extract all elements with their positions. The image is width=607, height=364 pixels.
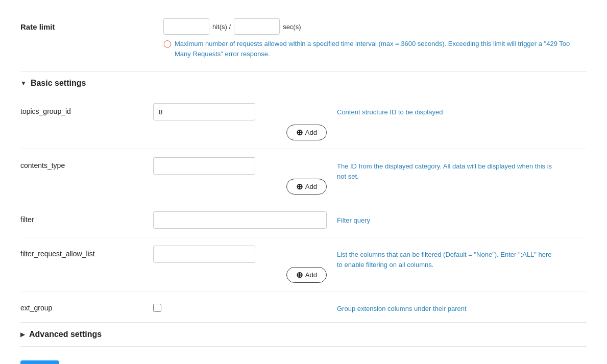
filter-label: filter bbox=[20, 211, 143, 224]
filter-request-control: ⊕ Add bbox=[153, 246, 327, 283]
contents-type-input[interactable] bbox=[153, 157, 255, 175]
expand-icon: ▶ bbox=[20, 331, 25, 338]
contents-type-label: contents_type bbox=[20, 157, 143, 169]
rate-limit-inputs: hit(s) / sec(s) ◯ Maximum number of requ… bbox=[163, 18, 572, 59]
ext-group-label: ext_group bbox=[20, 300, 143, 312]
hits-suffix: hit(s) / bbox=[212, 23, 231, 31]
basic-settings-header[interactable]: ▼ Basic settings bbox=[0, 71, 607, 95]
sec-suffix: sec(s) bbox=[283, 23, 301, 31]
bottom-bar: + Add bbox=[0, 352, 607, 365]
filter-request-add-button[interactable]: ⊕ Add bbox=[286, 267, 327, 283]
advanced-settings-title: Advanced settings bbox=[29, 330, 102, 339]
divider-3 bbox=[20, 346, 587, 347]
ext-group-control bbox=[153, 300, 327, 312]
topics-group-id-label: topics_group_id bbox=[20, 103, 143, 115]
add-label-2: Add bbox=[305, 183, 317, 190]
hint-text: Maximum number of requests allowed withi… bbox=[175, 39, 572, 59]
ext-group-description: Group extension columns under their pare… bbox=[337, 300, 556, 314]
filter-description: Filter query bbox=[337, 211, 556, 226]
add-icon-1: ⊕ bbox=[296, 128, 303, 137]
topics-group-id-add-button[interactable]: ⊕ Add bbox=[286, 125, 327, 140]
collapse-icon: ▼ bbox=[20, 80, 27, 87]
rate-limit-hint: ◯ Maximum number of requests allowed wit… bbox=[163, 39, 572, 59]
page-wrapper: Rate limit hit(s) / sec(s) ◯ Maximum num… bbox=[0, 0, 607, 364]
settings-body: topics_group_id ⊕ Add Content structure … bbox=[0, 95, 607, 322]
add-label-3: Add bbox=[305, 271, 317, 279]
basic-settings-title: Basic settings bbox=[31, 79, 86, 88]
bottom-add-button[interactable]: + Add bbox=[20, 360, 59, 365]
filter-request-input[interactable] bbox=[153, 246, 255, 263]
rate-limit-row: Rate limit hit(s) / sec(s) ◯ Maximum num… bbox=[20, 18, 587, 59]
rate-limit-inline: hit(s) / sec(s) bbox=[163, 18, 572, 35]
contents-type-description: The ID from the displayed category. All … bbox=[337, 157, 556, 181]
setting-row-topics-group-id: topics_group_id ⊕ Add Content structure … bbox=[20, 95, 587, 149]
contents-type-add-button[interactable]: ⊕ Add bbox=[286, 179, 327, 195]
topics-group-id-control: ⊕ Add bbox=[153, 103, 327, 140]
add-icon-3: ⊕ bbox=[296, 270, 303, 280]
filter-request-description: List the columns that can be filtered (D… bbox=[337, 246, 556, 270]
topics-group-id-input[interactable] bbox=[153, 103, 255, 120]
advanced-settings-header[interactable]: ▶ Advanced settings bbox=[0, 323, 607, 346]
hint-icon: ◯ bbox=[163, 39, 172, 47]
setting-row-filter: filter Filter query bbox=[20, 203, 587, 237]
add-icon-2: ⊕ bbox=[296, 182, 303, 191]
filter-request-label: filter_request_allow_list bbox=[20, 246, 143, 258]
rate-limit-sec-input[interactable] bbox=[234, 18, 280, 35]
filter-input[interactable] bbox=[153, 211, 327, 229]
rate-limit-hits-input[interactable] bbox=[163, 18, 209, 35]
add-label-1: Add bbox=[305, 129, 317, 136]
rate-limit-section: Rate limit hit(s) / sec(s) ◯ Maximum num… bbox=[0, 10, 607, 71]
setting-row-ext-group: ext_group Group extension columns under … bbox=[20, 292, 587, 322]
setting-row-filter-request: filter_request_allow_list ⊕ Add List the… bbox=[20, 237, 587, 292]
topics-group-id-description: Content structure ID to be displayed bbox=[337, 103, 556, 117]
ext-group-checkbox[interactable] bbox=[153, 304, 161, 312]
rate-limit-label: Rate limit bbox=[20, 18, 163, 31]
setting-row-contents-type: contents_type ⊕ Add The ID from the disp… bbox=[20, 149, 587, 203]
filter-control bbox=[153, 211, 327, 229]
contents-type-control: ⊕ Add bbox=[153, 157, 327, 195]
